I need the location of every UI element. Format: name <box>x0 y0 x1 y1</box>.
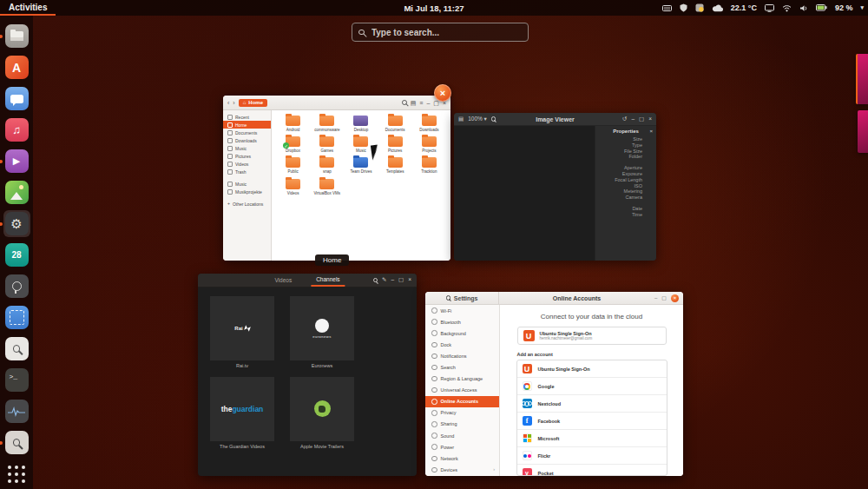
back-button[interactable] <box>227 100 229 106</box>
sidebar-item-notifications[interactable]: Notifications <box>425 350 499 361</box>
workspace-thumbnail[interactable] <box>858 110 868 153</box>
clock[interactable]: Mi Jul 18, 11:27 <box>404 3 464 13</box>
image-viewer-window[interactable]: 100% Image Viewer Properties Size Type F… <box>454 113 656 261</box>
gallery-icon[interactable] <box>458 116 464 122</box>
search-icon[interactable] <box>402 100 407 105</box>
shield-icon[interactable] <box>680 3 687 12</box>
channel-euronews[interactable]: euronews Euronews <box>286 296 358 369</box>
search-bar[interactable] <box>352 23 529 42</box>
search-icon[interactable] <box>446 295 450 300</box>
sidebar-item-power[interactable]: Power <box>425 441 499 453</box>
sidebar-item-background[interactable]: Background <box>425 327 499 339</box>
dock-item-videos[interactable]: ▶ <box>4 149 30 174</box>
chevron-down-icon[interactable]: ▾ <box>860 4 864 11</box>
provider-flickr[interactable]: Flickr <box>517 447 667 465</box>
edit-icon[interactable] <box>382 277 386 283</box>
folder-android[interactable]: Android <box>276 116 310 132</box>
path-bar-home[interactable]: Home <box>239 99 267 107</box>
workspace-thumbnail-active[interactable] <box>856 54 868 104</box>
show-applications-button[interactable] <box>4 461 30 486</box>
sidebar-item-music-volume[interactable]: Music <box>223 180 271 188</box>
provider-facebook[interactable]: fFacebook <box>517 413 667 430</box>
forward-button[interactable] <box>233 100 234 106</box>
channel-rai[interactable]: Rai Rai.tv <box>206 296 279 369</box>
close-button[interactable] <box>671 294 679 302</box>
provider-ubuntu-sso[interactable]: UUbuntu Single Sign-On <box>517 360 667 378</box>
tab-videos[interactable]: Videos <box>269 274 297 286</box>
search-input[interactable] <box>370 27 503 38</box>
videos-window[interactable]: Videos Channels Rai Rai.tv euronews Euro… <box>198 274 417 476</box>
channel-apple-trailers[interactable]: Apple Movie Trailers <box>286 377 358 450</box>
sidebar-item-downloads[interactable]: Downloads <box>223 136 271 144</box>
display-icon[interactable] <box>765 4 774 12</box>
dock-item-screenshot-tool[interactable] <box>4 305 30 330</box>
zoom-icon[interactable] <box>491 116 496 121</box>
sidebar-item-bluetooth[interactable]: Bluetooth <box>425 316 499 327</box>
view-toggle-icon[interactable] <box>411 100 417 106</box>
folder-snap[interactable]: snap <box>310 157 344 174</box>
folder-pictures[interactable]: Pictures <box>378 136 412 153</box>
status-indicator-icon[interactable] <box>695 3 704 12</box>
restore-button[interactable] <box>661 295 667 301</box>
sidebar-item-dock[interactable]: Dock <box>425 339 499 350</box>
folder-documents[interactable]: Documents <box>378 116 412 132</box>
files-window[interactable]: Home Recent Home Documents Downloads Mus… <box>223 96 450 261</box>
dock-item-image-viewer[interactable] <box>4 430 30 455</box>
folder-videos[interactable]: Videos <box>276 179 310 195</box>
activities-button[interactable]: Activities <box>0 0 56 16</box>
sidebar-item-other-locations[interactable]: Other Locations <box>223 200 271 208</box>
provider-google[interactable]: Google <box>517 378 667 395</box>
sidebar-item-recent[interactable]: Recent <box>223 113 271 121</box>
provider-microsoft[interactable]: Microsoft <box>517 430 667 447</box>
provider-pocket[interactable]: vPocket <box>517 465 667 476</box>
zoom-level-dropdown[interactable]: 100% <box>468 116 487 122</box>
sidebar-item-devices[interactable]: Devices <box>425 464 499 475</box>
wifi-icon[interactable] <box>782 4 792 12</box>
overview-close-button[interactable] <box>434 84 451 102</box>
close-button[interactable] <box>408 277 411 283</box>
folder-downloads[interactable]: Downloads <box>412 116 446 132</box>
folder-desktop[interactable]: Desktop <box>344 116 378 132</box>
folder-public[interactable]: Public <box>276 157 310 174</box>
sidebar-item-search[interactable]: Search <box>425 361 499 373</box>
provider-nextcloud[interactable]: Nextcloud <box>517 395 667 413</box>
dock-item-calendar[interactable]: 28 <box>4 242 30 268</box>
folder-team-drives[interactable]: Team Drives <box>344 157 378 174</box>
sidebar-item-documents[interactable]: Documents <box>223 129 271 136</box>
sidebar-item-trash[interactable]: Trash <box>223 168 271 175</box>
sidebar-item-wifi[interactable]: Wi-Fi <box>425 305 499 316</box>
sidebar-item-musikprojekte[interactable]: Musikprojekte <box>223 188 271 195</box>
dock-item-software-search[interactable] <box>4 336 30 361</box>
maximize-button[interactable] <box>398 277 404 283</box>
folder-commonsware[interactable]: commonsware <box>310 116 344 132</box>
sidebar-item-home[interactable]: Home <box>223 121 271 129</box>
folder-projects[interactable]: Projects <box>412 136 446 153</box>
dock-item-messaging[interactable] <box>4 86 30 111</box>
folder-dropbox[interactable]: ✓Dropbox <box>276 136 310 153</box>
settings-window[interactable]: Settings Online Accounts Wi-Fi Bluetooth… <box>425 292 683 476</box>
dock-item-music[interactable]: ♫ <box>4 117 30 142</box>
folder-music[interactable]: Music <box>344 136 378 153</box>
system-tray[interactable]: 22.1 °C 92 % ▾ <box>662 3 864 12</box>
sidebar-item-sound[interactable]: Sound <box>425 430 499 441</box>
sidebar-item-music[interactable]: Music <box>223 144 271 152</box>
sidebar-item-privacy[interactable]: Privacy <box>425 407 499 419</box>
keyboard-icon[interactable] <box>662 4 672 12</box>
dock-item-terminal[interactable]: >_ <box>4 367 30 393</box>
dock-item-files[interactable] <box>4 23 30 49</box>
menu-icon[interactable] <box>419 100 423 106</box>
search-icon[interactable] <box>373 278 378 282</box>
sidebar-item-universal-access[interactable]: Universal Access <box>425 385 499 396</box>
close-properties-button[interactable] <box>649 129 653 134</box>
weather-cloud-icon[interactable] <box>712 4 723 12</box>
folder-templates[interactable]: Templates <box>378 157 412 174</box>
image-canvas[interactable] <box>454 126 595 261</box>
minimize-button[interactable] <box>426 100 430 106</box>
tab-channels[interactable]: Channels <box>311 274 345 287</box>
sidebar-item-videos[interactable]: Videos <box>223 160 271 168</box>
folder-games[interactable]: Games <box>310 136 344 153</box>
sidebar-item-network[interactable]: Network <box>425 453 499 464</box>
dock-item-photos[interactable] <box>4 180 30 205</box>
channel-guardian[interactable]: theguardian The Guardian Videos <box>206 377 279 450</box>
minimize-button[interactable] <box>631 116 635 122</box>
